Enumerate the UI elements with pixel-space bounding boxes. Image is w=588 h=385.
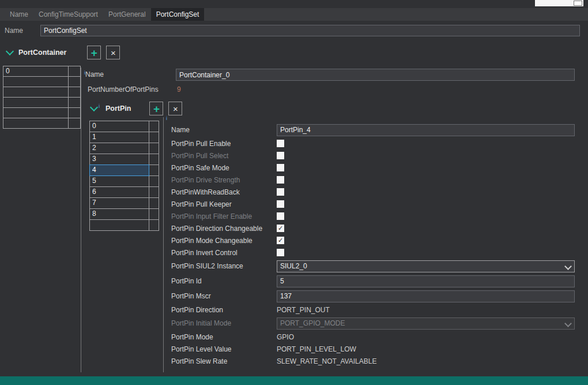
property-row: PortPinWithReadBack: [164, 186, 586, 198]
tab-configtimesupport[interactable]: ConfigTimeSupport: [33, 8, 103, 21]
row-side-cell[interactable]: [68, 118, 81, 129]
row-index-cell[interactable]: [3, 107, 69, 118]
portcontainer-section-title: PortContainer: [18, 48, 66, 57]
property-label: PortPin Invert Control: [164, 249, 277, 257]
row-side-cell[interactable]: [149, 186, 159, 198]
select-value: SIUL2_0: [280, 262, 307, 270]
property-label: PortPin Direction: [164, 306, 277, 314]
portpin-pull-enable-checkbox[interactable]: [277, 140, 284, 147]
name-input[interactable]: [277, 124, 575, 136]
info-icon: i: [166, 116, 167, 121]
row-side-cell[interactable]: [149, 143, 159, 154]
row-index-cell[interactable]: 5: [89, 175, 149, 187]
property-label: PortPin Initial Mode: [164, 319, 277, 327]
row-side-cell[interactable]: [149, 197, 159, 209]
remove-portpin-button[interactable]: ×: [168, 102, 182, 115]
table-row: 3: [89, 154, 159, 165]
portpin-invert-control-checkbox[interactable]: [277, 249, 284, 256]
portcontainer-section-header: PortContainer + ×: [7, 45, 120, 60]
portpin-section-header: i PortPin + ×: [91, 101, 182, 116]
row-side-cell[interactable]: [68, 107, 81, 118]
select-value: PORT_GPIO_MODE: [280, 319, 345, 327]
table-row: 4: [89, 165, 159, 176]
numpins-label: PortNumberOfPortPins: [88, 85, 159, 94]
property-row: PortPin Safe Mode: [164, 162, 586, 174]
add-portcontainer-button[interactable]: +: [87, 46, 101, 59]
property-row: PortPin Drive Strength: [164, 174, 586, 186]
property-row: PortPin ModeGPIO: [164, 331, 586, 343]
portpin-mscr-input[interactable]: [277, 290, 575, 302]
row-side-cell[interactable]: [68, 76, 81, 87]
portcontainer-name-label: iName: [84, 70, 104, 79]
chevron-down-icon[interactable]: [90, 103, 98, 111]
property-row: PortPin Invert Control: [164, 246, 586, 259]
property-row: PortPin DirectionPORT_PIN_OUT: [164, 304, 586, 316]
row-side-cell[interactable]: [68, 97, 81, 108]
chevron-down-icon[interactable]: [6, 47, 14, 55]
portpin-mode-value: GPIO: [277, 333, 294, 341]
row-index-cell[interactable]: 2: [89, 143, 149, 154]
property-label: PortPin Mode: [164, 333, 277, 341]
row-index-cell[interactable]: 1: [89, 132, 149, 143]
property-label: PortPin Direction Changeable: [164, 225, 277, 233]
row-index-cell[interactable]: 7: [89, 197, 149, 209]
property-label: PortPin Level Value: [164, 345, 277, 353]
row-side-cell[interactable]: [149, 165, 159, 176]
config-name-label: Name: [5, 27, 23, 35]
portpin-level-value-value: PORT_PIN_LEVEL_LOW: [277, 345, 356, 353]
row-index-cell[interactable]: 0: [89, 121, 149, 132]
row-index-cell[interactable]: [3, 76, 69, 87]
row-side-cell[interactable]: [149, 154, 159, 165]
tab-name[interactable]: Name: [5, 8, 33, 21]
portpin-id-input[interactable]: [277, 275, 575, 287]
tab-portconfigset[interactable]: PortConfigSet: [151, 8, 205, 21]
portpinwithreadback-checkbox[interactable]: [277, 188, 284, 196]
portcontainer-name-input[interactable]: [176, 69, 575, 81]
property-row: PortPin Pull Enable: [164, 137, 586, 149]
property-row: PortPin Slew RateSLEW_RATE_NOT_AVAILABLE: [164, 355, 586, 367]
row-index-cell[interactable]: [3, 118, 69, 129]
property-label: PortPin Mscr: [164, 292, 277, 300]
config-name-input[interactable]: [40, 25, 580, 36]
row-side-cell[interactable]: [149, 132, 159, 143]
property-label: PortPin Pull Select: [164, 152, 277, 160]
table-row: 7: [89, 197, 159, 209]
row-side-cell[interactable]: [149, 208, 159, 220]
row-index-cell[interactable]: 6: [89, 186, 149, 198]
app-window: NameConfigTimeSupportPortGeneralPortConf…: [0, 0, 588, 385]
row-index-cell[interactable]: 3: [89, 154, 149, 165]
row-side-cell[interactable]: [68, 66, 81, 77]
chevron-down-icon: [564, 320, 572, 327]
add-portpin-button[interactable]: +: [149, 102, 163, 115]
row-index-cell[interactable]: 0: [3, 66, 69, 77]
top-right-combo[interactable]: [535, 0, 583, 6]
portpin-pull-keeper-checkbox[interactable]: [277, 200, 284, 208]
portpin-mode-changeable-checkbox[interactable]: ✓: [277, 237, 284, 244]
row-side-cell[interactable]: [149, 121, 159, 132]
property-row: PortPin Level ValuePORT_PIN_LEVEL_LOW: [164, 343, 586, 355]
tab-portgeneral[interactable]: PortGeneral: [103, 8, 151, 21]
property-label: PortPinWithReadBack: [164, 188, 277, 196]
row-index-cell[interactable]: [89, 219, 149, 231]
row-index-cell[interactable]: [3, 87, 69, 98]
add-icon: +: [91, 47, 97, 58]
table-row: 1: [89, 132, 159, 143]
portpin-properties: NamePortPin Pull EnablePortPin Pull Sele…: [164, 122, 586, 367]
close-icon: ×: [111, 48, 116, 57]
property-label: PortPin Pull Keeper: [164, 200, 277, 208]
row-index-cell[interactable]: 4: [89, 165, 149, 176]
portpin-direction-changeable-checkbox[interactable]: ✓: [277, 225, 284, 232]
table-row: [3, 76, 81, 87]
row-side-cell[interactable]: [149, 219, 159, 231]
remove-portcontainer-button[interactable]: ×: [106, 46, 120, 59]
table-row: 6: [89, 186, 159, 198]
portpin-siul2-instance-select[interactable]: SIUL2_0: [277, 260, 575, 272]
vertical-divider: [81, 68, 81, 372]
row-index-cell[interactable]: [3, 97, 69, 108]
combo-dropdown-icon[interactable]: [574, 1, 582, 6]
row-index-cell[interactable]: 8: [89, 208, 149, 220]
row-side-cell[interactable]: [149, 175, 159, 187]
portpin-safe-mode-checkbox[interactable]: [277, 164, 284, 171]
row-side-cell[interactable]: [68, 87, 81, 98]
portpin-initial-mode-select: PORT_GPIO_MODE: [277, 317, 575, 330]
